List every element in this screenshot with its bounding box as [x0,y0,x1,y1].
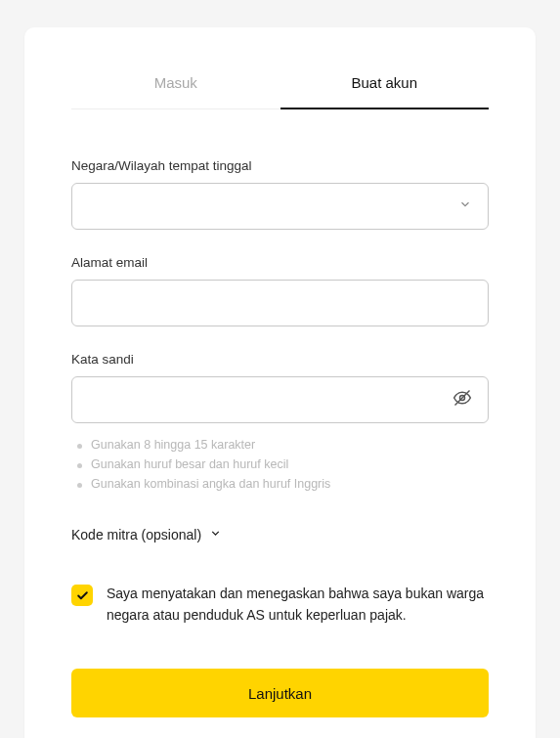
hint-item: Gunakan kombinasi angka dan huruf Inggri… [71,474,489,494]
signup-card: Masuk Buat akun Negara/Wilayah tempat ti… [24,27,536,738]
email-field-group: Alamat email [71,255,489,326]
tax-declaration-text: Saya menyatakan dan menegaskan bahwa say… [107,584,489,626]
tax-checkbox[interactable] [71,585,93,606]
eye-off-icon[interactable] [452,388,472,412]
partner-code-toggle[interactable]: Kode mitra (opsional) [71,527,489,543]
password-field-group: Kata sandi Gunakan 8 hingga 15 karakter … [71,352,489,494]
country-select[interactable] [71,183,489,230]
email-input[interactable] [72,281,488,326]
password-hints: Gunakan 8 hingga 15 karakter Gunakan hur… [71,435,489,494]
auth-tabs: Masuk Buat akun [71,74,489,109]
country-field-group: Negara/Wilayah tempat tinggal [71,158,489,230]
chevron-down-icon [209,527,222,543]
email-label: Alamat email [71,255,489,270]
tax-declaration-row: Saya menyatakan dan menegaskan bahwa say… [71,584,489,626]
partner-code-label: Kode mitra (opsional) [71,527,201,543]
hint-item: Gunakan 8 hingga 15 karakter [71,435,489,455]
continue-button[interactable]: Lanjutkan [71,669,489,717]
tab-signup[interactable]: Buat akun [280,74,490,109]
hint-item: Gunakan huruf besar dan huruf kecil [71,455,489,474]
password-label: Kata sandi [71,352,489,367]
country-label: Negara/Wilayah tempat tinggal [71,158,489,173]
tab-login[interactable]: Masuk [71,74,280,109]
password-input[interactable] [72,377,488,422]
